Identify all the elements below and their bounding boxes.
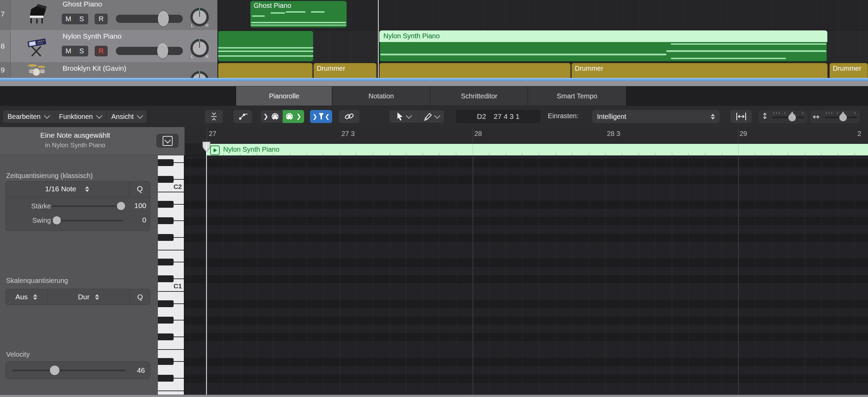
tab-notation[interactable]: Notation [332,86,431,106]
piano-key-black[interactable] [158,176,174,183]
velocity-slider-thumb[interactable] [50,366,59,375]
region-drummer-1[interactable] [218,63,313,78]
region-play-icon[interactable] [210,146,220,155]
volume-slider[interactable] [116,43,183,58]
tool-selector-group [389,110,444,123]
logic-pro-window: Ghost Piano Nylon Synth Piano [0,0,868,397]
swing-slider-thumb[interactable] [53,216,61,224]
arrow-right-glyph: ❯ [312,113,317,120]
scale-quantize-row: Aus Dur Q [5,289,150,305]
piano-key-black[interactable] [158,217,174,224]
menu-bearbeiten[interactable]: Bearbeiten [3,110,54,123]
tab-schritteditor[interactable]: Schritteditor [430,86,528,106]
pointer-tool-button[interactable] [389,110,418,123]
region-drummer-5[interactable]: Drummer [829,63,868,78]
tab-smart-tempo[interactable]: Smart Tempo [528,86,626,106]
pan-knob-needle [199,11,200,17]
mute-button[interactable]: M [62,46,75,56]
region-drummer-4[interactable]: Drummer [571,63,828,78]
strength-slider-thumb[interactable] [117,202,125,210]
lane-region-name: Nylon Synth Piano [223,146,280,153]
region-nylon-unlabeled[interactable] [218,31,313,61]
track-name[interactable]: Ghost Piano [63,0,102,8]
gridline-16th [522,156,523,395]
midi-out-button[interactable]: ❯ [282,110,304,123]
pan-knob[interactable]: L R [190,8,209,26]
menu-ansicht[interactable]: Ansicht [106,110,147,123]
bar-ruler[interactable]: 2727 32828 3292 [185,127,868,143]
piano-key-black[interactable] [158,159,174,166]
link-button[interactable] [339,110,360,123]
arrow-right-glyph: ❯ [263,113,268,120]
piano-key-black[interactable] [158,259,174,265]
record-enable-button[interactable]: R [95,14,108,24]
drum-kit-icon [22,63,52,78]
midi-draw-button[interactable] [233,110,252,123]
piano-key-black[interactable] [158,275,174,282]
piano-key-black[interactable] [158,358,174,365]
menu-funktionen[interactable]: Funktionen [54,110,106,123]
arrow-left-glyph: ❮ [325,113,330,120]
piano-key-black[interactable] [158,317,174,324]
gridline-16th [755,156,755,395]
zoom-to-fit-button[interactable] [730,110,752,123]
scale-root-select[interactable]: Aus [5,289,47,305]
time-quantize-select[interactable]: 1/16 Note [5,181,129,197]
pencil-tool-button[interactable] [418,110,444,123]
lane-region-nylon[interactable]: Nylon Synth Piano [207,144,868,156]
track-name[interactable]: Nylon Synth Piano [63,32,122,40]
gridline-beat [672,156,672,395]
ruler-bar-number: 27 3 [341,130,355,138]
piano-key-black[interactable] [158,234,174,241]
track-header-ghost-piano[interactable]: 7 Ghost Piano M S R L R [0,0,217,30]
gridline-beat [406,156,406,395]
snap-select[interactable]: Intelligent [592,110,720,123]
tab-pianorolle[interactable]: Pianorolle [236,86,333,106]
arrange-playhead[interactable] [378,0,379,78]
region-ghost-piano[interactable]: Ghost Piano [250,1,347,28]
midi-in-button[interactable]: ❯ [260,110,282,123]
pan-knob[interactable]: L R [190,39,209,57]
volume-slider-thumb[interactable] [157,43,168,58]
track-header-brooklyn-kit[interactable]: 9 Brooklyn Kit (Gavin) M S R [0,62,217,78]
piano-key-black[interactable] [158,375,174,382]
gridline-bar [738,156,739,395]
quantize-apply-button[interactable]: Q [129,181,150,197]
volume-slider-thumb[interactable] [158,11,169,26]
grid-row-black [185,300,868,308]
playhead-line[interactable] [206,143,207,395]
piano-key-black[interactable] [158,201,174,208]
bottom-scrollbar-strip[interactable] [0,395,868,397]
horizontal-zoom-slider[interactable] [839,114,847,121]
scale-mode-select[interactable]: Dur [47,289,130,305]
gridline-bar [473,156,473,395]
midi-notes-preview [251,22,346,23]
record-enable-button[interactable]: R [95,46,108,56]
pitch-readout: D2 [477,112,486,121]
note-grid[interactable] [185,155,868,395]
region-nylon-synth-piano-selected[interactable]: Nylon Synth Piano [379,30,827,62]
piano-key-black[interactable] [158,300,174,307]
pitch-position-display[interactable]: D2 27 4 3 1 [456,110,540,123]
collapse-to-selection-button[interactable]: ❯ ❮ [310,110,332,123]
strength-label: Stärke [12,202,51,210]
inspector-disclosure-button[interactable] [157,134,178,148]
midi-notes-preview [666,50,826,52]
solo-button[interactable]: S [75,46,88,56]
scale-quantize-apply-button[interactable]: Q [130,289,150,305]
volume-slider[interactable] [116,11,183,26]
solo-button[interactable]: S [75,14,88,24]
collapse-mode-button[interactable] [205,110,223,123]
piano-keyboard[interactable]: C2C1 [158,155,184,395]
region-drummer-3[interactable] [379,63,571,78]
track-header-nylon-synth-piano[interactable]: 8 Nylon Synth Piano M S R L R [0,30,217,63]
key-divider [158,391,184,391]
piano-key-black[interactable] [158,333,174,340]
vertical-zoom-slider[interactable] [788,114,796,121]
region-drummer-2[interactable]: Drummer [313,63,377,78]
pan-knob[interactable] [190,71,209,78]
track-name[interactable]: Brooklyn Kit (Gavin) [63,64,126,72]
mute-button[interactable]: M [62,14,75,24]
gridline-16th [323,156,323,395]
window-split-divider[interactable] [0,78,868,81]
